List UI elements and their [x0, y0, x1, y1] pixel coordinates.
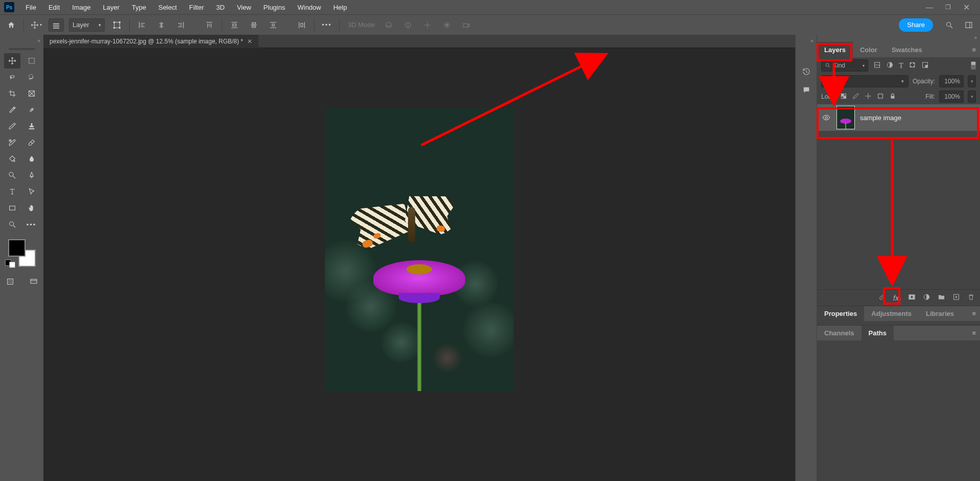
layer-name[interactable]: sample image	[860, 114, 901, 122]
layer-row[interactable]: sample image	[817, 104, 980, 131]
layer-visibility-icon[interactable]	[821, 112, 831, 123]
eyedropper-tool[interactable]	[4, 102, 20, 118]
close-tab-icon[interactable]: ✕	[247, 38, 252, 45]
3d-camera-icon[interactable]	[459, 18, 473, 32]
align-left-icon[interactable]	[135, 18, 149, 32]
filter-type-icon[interactable]: T	[899, 61, 903, 70]
properties-menu-icon[interactable]: ≡	[968, 306, 980, 321]
filter-toggle-switch[interactable]	[971, 61, 976, 70]
tab-libraries[interactable]: Libraries	[919, 306, 961, 321]
menu-plugins[interactable]: Plugins	[258, 2, 291, 13]
zoom-tool[interactable]	[4, 217, 20, 232]
share-button[interactable]: Share	[899, 18, 933, 32]
eraser-tool[interactable]	[23, 135, 40, 150]
layer-thumbnail[interactable]	[836, 106, 855, 129]
hand-tool[interactable]	[23, 200, 40, 216]
filter-smartobj-icon[interactable]	[921, 61, 929, 71]
fill-input[interactable]: 100%	[939, 90, 964, 103]
rectangle-tool[interactable]	[4, 200, 20, 216]
auto-select-target-dropdown[interactable]: Layer ▾	[69, 18, 105, 32]
quick-mask-icon[interactable]	[2, 274, 18, 289]
tab-channels[interactable]: Channels	[817, 326, 862, 340]
document-tab[interactable]: pexels-jennifer-murray-1067202.jpg @ 12.…	[43, 35, 258, 48]
new-group-icon[interactable]	[938, 293, 945, 303]
screen-mode-icon[interactable]	[26, 274, 42, 289]
menu-edit[interactable]: Edit	[43, 2, 65, 13]
tab-paths[interactable]: Paths	[862, 326, 894, 340]
blend-mode-dropdown[interactable]: Normal▾	[821, 75, 909, 87]
menu-view[interactable]: View	[232, 2, 256, 13]
channels-menu-icon[interactable]: ≡	[968, 326, 980, 340]
window-maximize-icon[interactable]: ❐	[945, 4, 951, 11]
menu-layer[interactable]: Layer	[98, 2, 125, 13]
menu-filter[interactable]: Filter	[184, 2, 209, 13]
more-align-icon[interactable]: •••	[320, 18, 334, 32]
path-select-tool[interactable]	[23, 184, 40, 199]
type-tool[interactable]	[4, 184, 20, 199]
menu-type[interactable]: Type	[127, 2, 151, 13]
comments-panel-icon[interactable]	[800, 83, 813, 97]
tab-properties[interactable]: Properties	[817, 306, 864, 321]
3d-roll-icon[interactable]	[401, 18, 415, 32]
blur-tool[interactable]	[23, 151, 40, 167]
history-brush-tool[interactable]	[4, 135, 20, 150]
opacity-dropdown-icon[interactable]: ▾	[968, 75, 976, 87]
bucket-tool[interactable]	[4, 151, 20, 167]
marquee-tool[interactable]	[23, 53, 40, 68]
align-right-icon[interactable]	[174, 18, 188, 32]
lock-brush-icon[interactable]	[852, 92, 859, 102]
window-close-icon[interactable]: ✕	[963, 3, 970, 12]
quick-select-tool[interactable]	[23, 70, 40, 85]
home-icon[interactable]	[4, 18, 18, 32]
distribute-left-icon[interactable]	[295, 18, 309, 32]
filter-shape-icon[interactable]	[909, 61, 916, 71]
frame-tool[interactable]	[23, 86, 40, 101]
move-tool[interactable]	[4, 53, 20, 68]
collapse-iconbar-icon[interactable]: «	[808, 37, 817, 44]
history-panel-icon[interactable]	[800, 65, 813, 78]
tab-color[interactable]: Color	[853, 42, 885, 57]
lasso-tool[interactable]	[4, 70, 20, 85]
collapse-panels-icon[interactable]: »	[974, 35, 977, 42]
distribute-top-icon[interactable]	[227, 18, 242, 32]
pen-tool[interactable]	[23, 168, 40, 183]
new-layer-icon[interactable]	[952, 293, 960, 303]
filter-adjustment-icon[interactable]	[886, 61, 894, 71]
link-layers-icon[interactable]	[878, 293, 886, 303]
lock-artboard-icon[interactable]	[877, 92, 884, 102]
adjustment-layer-icon[interactable]	[923, 293, 930, 303]
window-minimize-icon[interactable]: —	[926, 3, 933, 11]
opacity-input[interactable]: 100%	[939, 75, 964, 87]
healing-tool[interactable]	[23, 102, 40, 118]
search-icon[interactable]	[942, 18, 957, 32]
menu-file[interactable]: File	[20, 2, 41, 13]
tab-adjustments[interactable]: Adjustments	[864, 306, 919, 321]
3d-pan-icon[interactable]	[420, 18, 435, 32]
lock-all-icon[interactable]	[889, 92, 896, 102]
lock-pixels-icon[interactable]	[840, 92, 847, 102]
layer-fx-icon[interactable]: fx▾	[893, 294, 901, 302]
transform-controls-checkbox[interactable]	[110, 18, 124, 32]
menu-window[interactable]: Window	[292, 2, 326, 13]
layer-mask-icon[interactable]	[908, 293, 916, 303]
canvas-image[interactable]	[325, 107, 514, 391]
crop-tool[interactable]	[4, 86, 20, 101]
3d-orbit-icon[interactable]	[381, 18, 396, 32]
distribute-bottom-icon[interactable]	[266, 18, 280, 32]
panel-menu-icon[interactable]: ≡	[968, 42, 980, 57]
fill-dropdown-icon[interactable]: ▾	[968, 90, 976, 103]
menu-3d[interactable]: 3D	[211, 2, 230, 13]
lock-position-icon[interactable]	[865, 92, 872, 102]
foreground-color-swatch[interactable]	[8, 239, 26, 257]
menu-help[interactable]: Help	[328, 2, 352, 13]
align-hcenter-icon[interactable]	[154, 18, 169, 32]
menu-image[interactable]: Image	[67, 2, 95, 13]
dodge-tool[interactable]	[4, 168, 20, 183]
stamp-tool[interactable]	[23, 119, 40, 134]
tab-layers[interactable]: Layers	[817, 42, 853, 57]
menu-select[interactable]: Select	[153, 2, 182, 13]
ps-logo-icon[interactable]: Ps	[4, 2, 14, 12]
align-top-icon[interactable]	[202, 18, 217, 32]
distribute-vcenter-icon[interactable]	[247, 18, 261, 32]
color-swatches[interactable]	[8, 239, 36, 267]
